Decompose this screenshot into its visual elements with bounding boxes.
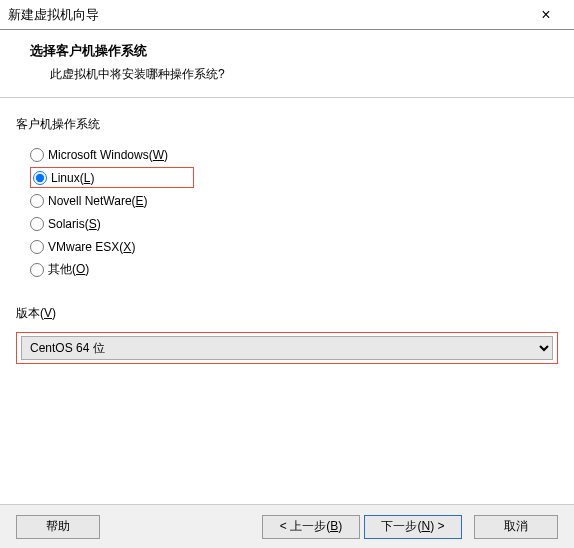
- window-title: 新建虚拟机向导: [8, 6, 526, 24]
- back-button[interactable]: < 上一步(B): [262, 515, 360, 539]
- titlebar: 新建虚拟机向导 ×: [0, 0, 574, 30]
- version-select-highlight: CentOS 64 位: [16, 332, 558, 364]
- radio-vmwareesx[interactable]: VMware ESX(X): [28, 235, 558, 258]
- radio-solaris-input[interactable]: [30, 217, 44, 231]
- version-block: 版本(V) CentOS 64 位: [16, 305, 558, 364]
- radio-label: VMware ESX(X): [48, 240, 135, 254]
- radio-linux-row: Linux(L): [28, 166, 558, 189]
- radio-other[interactable]: 其他(O): [28, 258, 558, 281]
- page-title: 选择客户机操作系统: [30, 42, 554, 60]
- radio-novell[interactable]: Novell NetWare(E): [28, 189, 558, 212]
- page-subtitle: 此虚拟机中将安装哪种操作系统?: [30, 66, 554, 83]
- radio-label: 其他(O): [48, 261, 89, 278]
- next-button[interactable]: 下一步(N) >: [364, 515, 462, 539]
- radio-label: Linux(L): [51, 171, 94, 185]
- radio-linux-input[interactable]: [33, 171, 47, 185]
- version-select[interactable]: CentOS 64 位: [21, 336, 553, 360]
- radio-novell-input[interactable]: [30, 194, 44, 208]
- cancel-button[interactable]: 取消: [474, 515, 558, 539]
- wizard-content: 客户机操作系统 Microsoft Windows(W) Linux(L) No…: [0, 98, 574, 374]
- guest-os-label: 客户机操作系统: [16, 116, 558, 133]
- version-label: 版本(V): [16, 305, 558, 322]
- wizard-header: 选择客户机操作系统 此虚拟机中将安装哪种操作系统?: [0, 30, 574, 98]
- radio-other-input[interactable]: [30, 263, 44, 277]
- guest-os-radios: Microsoft Windows(W) Linux(L) Novell Net…: [16, 143, 558, 281]
- radio-windows[interactable]: Microsoft Windows(W): [28, 143, 558, 166]
- radio-vmwareesx-input[interactable]: [30, 240, 44, 254]
- radio-solaris[interactable]: Solaris(S): [28, 212, 558, 235]
- radio-windows-input[interactable]: [30, 148, 44, 162]
- radio-label: Solaris(S): [48, 217, 101, 231]
- close-icon[interactable]: ×: [526, 6, 566, 24]
- radio-label: Novell NetWare(E): [48, 194, 148, 208]
- help-button[interactable]: 帮助: [16, 515, 100, 539]
- radio-linux[interactable]: Linux(L): [30, 167, 194, 188]
- wizard-footer: 帮助 < 上一步(B) 下一步(N) > 取消: [0, 504, 574, 548]
- radio-label: Microsoft Windows(W): [48, 148, 168, 162]
